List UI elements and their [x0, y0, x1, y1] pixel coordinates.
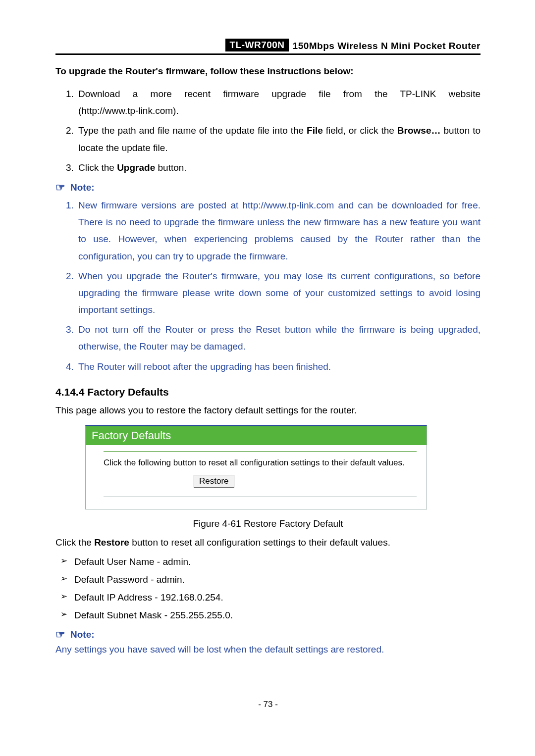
upgrade-intro: To upgrade the Router's firmware, follow… — [55, 66, 481, 77]
note-2: When you upgrade the Router's firmware, … — [76, 268, 481, 319]
upgrade-bold: Upgrade — [117, 162, 155, 173]
note-heading-1: ☞ Note: — [55, 182, 481, 193]
document-page: TL-WR700N 150Mbps Wireless N Mini Pocket… — [0, 0, 535, 748]
step-1: Download a more recent firmware upgrade … — [76, 86, 481, 119]
step-2-part-a: Type the path and file name of the updat… — [78, 125, 307, 136]
default-ip: Default IP Address - 192.168.0.254. — [60, 589, 481, 606]
pointing-hand-icon: ☞ — [55, 629, 65, 640]
step-3-part-b: button. — [155, 162, 186, 173]
restore-part-b: button to reset all configuration settin… — [129, 537, 390, 548]
step-3-part-a: Click the — [78, 162, 117, 173]
panel-bottom-rule — [104, 497, 417, 497]
note-list-1: New firmware versions are posted at http… — [55, 197, 481, 375]
panel-rule — [104, 451, 417, 452]
note-2-text: Any settings you have saved will be lost… — [55, 644, 481, 655]
step-3: Click the Upgrade button. — [76, 159, 481, 176]
default-username: Default User Name - admin. — [60, 553, 481, 571]
upgrade-steps: Download a more recent firmware upgrade … — [55, 86, 481, 176]
restore-button[interactable]: Restore — [194, 475, 234, 488]
default-subnet: Default Subnet Mask - 255.255.255.0. — [60, 606, 481, 624]
figure-caption: Figure 4-61 Restore Factory Default — [55, 518, 481, 529]
note-1: New firmware versions are posted at http… — [76, 197, 481, 265]
default-password: Default Password - admin. — [60, 571, 481, 589]
pointing-hand-icon: ☞ — [55, 182, 65, 193]
model-badge: TL-WR700N — [225, 39, 288, 51]
restore-part-a: Click the — [55, 537, 94, 548]
note-label-2: Note: — [70, 629, 95, 640]
browse-bold: Browse… — [397, 125, 441, 136]
step-1-line-a: Download a more recent firmware upgrade … — [78, 86, 481, 102]
step-2: Type the path and file name of the updat… — [76, 122, 481, 156]
step-1-line-b: (http://www.tp-link.com). — [78, 105, 179, 116]
factory-defaults-intro: This page allows you to restore the fact… — [55, 405, 481, 416]
step-2-part-b: field, or click the — [323, 125, 397, 136]
factory-defaults-panel: Factory Defaults Click the following but… — [85, 425, 427, 509]
note-heading-2: ☞ Note: — [55, 629, 481, 640]
panel-text: Click the following button to reset all … — [104, 458, 417, 468]
file-field-bold: File — [307, 125, 323, 136]
header-rule — [55, 53, 481, 55]
page-header: TL-WR700N 150Mbps Wireless N Mini Pocket… — [55, 39, 481, 51]
section-heading-factory-defaults: 4.14.4 Factory Defaults — [55, 386, 481, 398]
restore-bold: Restore — [94, 537, 129, 548]
model-description: 150Mbps Wireless N Mini Pocket Router — [293, 41, 481, 51]
defaults-list: Default User Name - admin. Default Passw… — [55, 553, 481, 624]
note-3: Do not turn off the Router or press the … — [76, 321, 481, 355]
restore-instruction: Click the Restore button to reset all co… — [55, 537, 481, 548]
page-number: - 73 - — [55, 700, 481, 709]
panel-title: Factory Defaults — [86, 426, 427, 445]
panel-body: Click the following button to reset all … — [86, 445, 427, 509]
note-label: Note: — [70, 182, 95, 193]
note-4: The Router will reboot after the upgradi… — [76, 358, 481, 375]
